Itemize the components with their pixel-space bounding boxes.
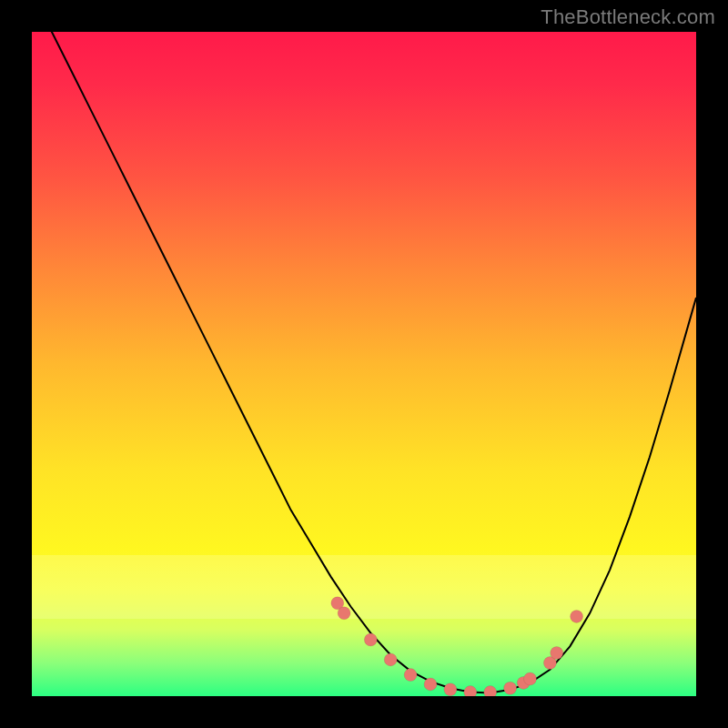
data-point	[504, 682, 517, 694]
data-point	[384, 653, 397, 666]
data-point	[464, 686, 477, 696]
data-point	[571, 610, 583, 622]
data-point	[524, 672, 537, 685]
data-point	[444, 683, 457, 696]
chart-frame: TheBottleneck.com	[0, 0, 728, 728]
watermark: TheBottleneck.com	[541, 5, 715, 29]
data-point	[338, 607, 350, 620]
watermark-text: TheBottleneck.com	[541, 5, 715, 28]
data-point	[364, 633, 377, 646]
data-point	[551, 647, 563, 660]
data-point	[484, 686, 497, 696]
bottleneck-curve	[32, 32, 696, 696]
data-point	[424, 678, 437, 691]
data-point	[404, 669, 417, 682]
plot-area	[32, 32, 696, 696]
